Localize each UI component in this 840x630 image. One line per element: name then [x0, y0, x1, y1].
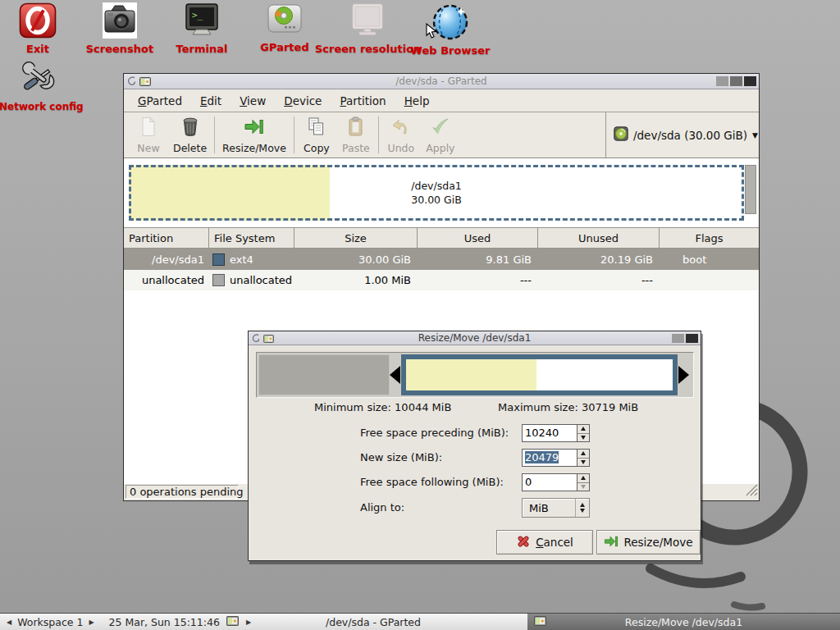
- table-row-sda1[interactable]: /dev/sda1 ext4 30.00 GiB 9.81 GiB 20.19 …: [124, 249, 759, 270]
- partition-graphic[interactable]: /dev/sda1 30.00 GiB: [129, 165, 744, 221]
- dropdown-caret-icon: ▼: [752, 131, 758, 139]
- desktop-icon-network-config[interactable]: Network config: [0, 57, 81, 112]
- dialog-titlebar[interactable]: Resize/Move /dev/sda1: [249, 331, 701, 345]
- menu-gparted[interactable]: GParted: [129, 91, 191, 111]
- apply-check-icon: [431, 116, 450, 140]
- cell-used: 9.81 GiB: [418, 249, 538, 270]
- disk-view-scrollbar[interactable]: [745, 165, 756, 214]
- new-document-icon: [139, 116, 158, 140]
- menu-device[interactable]: Device: [275, 91, 331, 111]
- taskbar-item-label: /dev/sda - GParted: [220, 616, 527, 628]
- right-resize-handle[interactable]: [678, 366, 689, 384]
- new-button: New: [129, 112, 168, 158]
- free-space-following-label: Free space following (MiB):: [360, 476, 504, 488]
- new-size-label: New size (MiB):: [360, 451, 442, 463]
- desktop: Exit Screenshot >_: [0, 0, 840, 630]
- delete-button[interactable]: Delete: [168, 112, 212, 158]
- spinbox-value[interactable]: 0: [523, 474, 577, 491]
- spinbox-value-selected[interactable]: 20479: [525, 451, 559, 463]
- menu-help[interactable]: Help: [395, 91, 439, 111]
- menu-view[interactable]: View: [231, 91, 275, 111]
- workspace-prev-icon[interactable]: ◀: [7, 619, 11, 626]
- free-space-preceding-spinbox[interactable]: 10240: [522, 424, 590, 442]
- free-space-preceding-label: Free space preceding (MiB):: [360, 427, 509, 439]
- desktop-icon-label: GParted: [245, 41, 324, 53]
- desktop-icon-terminal[interactable]: >_ Terminal: [162, 2, 241, 55]
- desktop-icon-gparted[interactable]: GParted: [245, 2, 324, 53]
- status-message: 0 operations pending: [126, 485, 239, 499]
- spin-down-button[interactable]: [578, 483, 589, 491]
- spin-down-button[interactable]: [578, 459, 589, 467]
- copy-button[interactable]: Copy: [297, 112, 336, 158]
- desktop-icon-label: Web Browser: [405, 44, 495, 57]
- taskbar-item-label: Resize/Move /dev/sda1: [527, 616, 840, 628]
- exit-power-icon: [19, 2, 57, 42]
- dialog-close-button[interactable]: [686, 334, 698, 343]
- cancel-button[interactable]: Cancel: [496, 530, 593, 555]
- combobox-value: MiB: [523, 502, 575, 514]
- device-disk-icon: [614, 126, 628, 144]
- column-header-size[interactable]: Size: [294, 227, 418, 249]
- resize-grip[interactable]: [744, 482, 758, 500]
- used-space-fill: [406, 359, 536, 390]
- spin-up-button[interactable]: [578, 474, 589, 483]
- trash-icon: [181, 116, 199, 140]
- cell-flags: boot: [660, 249, 759, 270]
- maximum-size-label: Maximum size: 30719 MiB: [498, 401, 638, 413]
- main-window-titlebar[interactable]: /dev/sda - GParted: [124, 74, 759, 89]
- desktop-icon-label: Network config: [0, 101, 81, 112]
- workspace-pager: ◀ Workspace 1 ▶: [0, 616, 94, 628]
- column-header-partition[interactable]: Partition: [124, 227, 209, 249]
- paste-button: Paste: [336, 112, 376, 158]
- left-resize-handle[interactable]: [390, 366, 400, 384]
- clipboard-icon: [346, 116, 365, 140]
- dialog-resize-move-button[interactable]: Resize/Move: [596, 530, 701, 555]
- toolbar-separator: [378, 116, 379, 153]
- cell-partition: unallocated: [124, 270, 209, 290]
- gparted-disk-icon: [267, 2, 303, 40]
- dialog-shade-button[interactable]: [672, 334, 684, 343]
- device-selector[interactable]: /dev/sda (30.00 GiB) ▼: [606, 112, 759, 158]
- dialog-title: Resize/Move /dev/sda1: [249, 332, 701, 344]
- tools-icon: [19, 57, 62, 100]
- taskbar-item-resize-dialog[interactable]: Resize/Move /dev/sda1: [527, 614, 840, 630]
- minimize-button[interactable]: [716, 76, 728, 86]
- menu-partition[interactable]: Partition: [331, 91, 395, 111]
- menu-edit[interactable]: Edit: [191, 91, 231, 111]
- column-header-filesystem[interactable]: File System: [209, 227, 294, 249]
- filesystem-color-swatch: [212, 274, 225, 286]
- cell-flags: [660, 270, 759, 290]
- workspace-label[interactable]: Workspace 1: [17, 616, 83, 628]
- column-header-unused[interactable]: Unused: [538, 227, 660, 249]
- desktop-icon-exit[interactable]: Exit: [0, 2, 77, 55]
- desktop-icon-screen-resolution[interactable]: Screen resolution: [315, 2, 420, 55]
- desktop-icon-screenshot[interactable]: Screenshot: [80, 2, 159, 55]
- partition-region[interactable]: [401, 354, 678, 395]
- debian-swirl-icon: [126, 74, 137, 89]
- maximize-button[interactable]: [730, 76, 742, 86]
- new-size-spinbox[interactable]: 20479: [522, 449, 590, 467]
- column-header-used[interactable]: Used: [418, 227, 538, 249]
- gparted-window-icon: [139, 74, 151, 89]
- column-header-flags[interactable]: Flags: [660, 227, 759, 249]
- spin-up-button[interactable]: [578, 450, 589, 459]
- resize-move-button[interactable]: Resize/Move: [217, 112, 291, 158]
- taskbar-item-gparted[interactable]: /dev/sda - GParted: [220, 614, 527, 630]
- align-to-combobox[interactable]: MiB: [522, 498, 590, 518]
- desktop-icon-web-browser[interactable]: Web Browser: [405, 2, 495, 57]
- table-row-unallocated[interactable]: unallocated unallocated 1.00 MiB --- ---: [124, 270, 759, 290]
- spinbox-value[interactable]: 10240: [523, 425, 577, 441]
- spin-down-button[interactable]: [578, 434, 589, 442]
- taskbar-clock: 25 Mar, Sun 15:11:46: [109, 616, 220, 628]
- toolbar-separator: [214, 116, 215, 153]
- close-button[interactable]: [744, 76, 756, 86]
- workspace-next-icon[interactable]: ▶: [89, 619, 94, 626]
- partition-size: 30.00 GiB: [411, 193, 462, 207]
- cell-partition: /dev/sda1: [124, 249, 209, 270]
- cancel-button-label: Cancel: [536, 536, 573, 549]
- spin-up-button[interactable]: [578, 425, 589, 434]
- free-space-following-spinbox[interactable]: 0: [522, 473, 590, 491]
- cell-unused: ---: [538, 270, 660, 290]
- cell-used: ---: [418, 270, 538, 290]
- resize-slider: [256, 352, 694, 398]
